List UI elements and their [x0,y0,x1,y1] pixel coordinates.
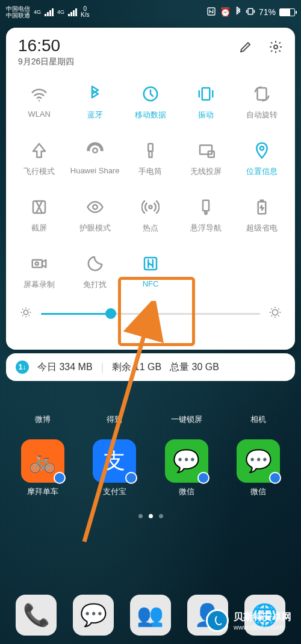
svg-rect-1 [248,8,253,14]
dock-app[interactable]: 👥 [126,595,175,638]
svg-point-19 [36,262,39,265]
tile-eye[interactable]: 护眼模式 [67,191,122,243]
app-icon: 🚲 [21,439,64,483]
cast-icon [197,141,215,160]
screenshot-icon [30,197,48,217]
tile-location[interactable]: 位置信息 [234,135,290,187]
tile-hotspot[interactable]: 热点 [123,191,178,243]
net-speed: 0 K/s [81,6,89,19]
tile-data[interactable]: 移动数据 [123,78,178,130]
app-微博[interactable]: 微博 [12,414,73,425]
wifi-icon [30,84,48,104]
app-icon: 💬 [73,595,114,636]
tile-dnd[interactable]: 免打扰 [67,248,122,300]
app-微信[interactable]: 💬微信 [228,439,290,497]
location-icon [253,141,271,160]
tile-share[interactable]: Huawei Share [67,135,122,187]
watermark-title: 贝斯特安卓网 [234,611,291,624]
torch-icon [141,141,160,160]
app-row-2: 🚲摩拜单车支支付宝💬微信💬微信 [12,439,289,497]
data-total: 总量 30 GB [170,361,219,374]
app-支付宝[interactable]: 支支付宝 [84,439,146,497]
brightness-row [11,300,290,325]
network-gen-1: 4G [34,9,41,15]
svg-point-6 [93,148,98,153]
svg-point-16 [205,212,208,214]
tile-label: 屏幕录制 [23,279,55,290]
tile-screenshot[interactable]: 截屏 [11,191,67,243]
tile-nfc[interactable]: NFC [123,248,178,300]
app-label: 支付宝 [103,486,126,497]
data-usage-bar[interactable]: 1↓ 今日 334 MB | 剩余 11 GB 总量 30 GB [6,353,295,381]
collapse-handle[interactable]: ⌃ [11,325,290,341]
app-一键锁屏[interactable]: 一键锁屏 [156,414,217,425]
tile-label: 飞行模式 [23,166,55,177]
page-indicator [12,514,289,518]
app-得到[interactable]: 得到 [84,414,146,425]
app-label: 微信 [179,486,194,497]
watermark-url: www.zjbstyy.com [234,624,291,631]
svg-rect-4 [202,88,210,100]
plane-icon [30,141,48,160]
app-摩拜单车[interactable]: 🚲摩拜单车 [12,439,73,497]
data-remain: 剩余 11 GB [112,361,161,374]
record-icon [30,254,48,273]
tile-label: 无线投屏 [190,166,222,177]
watermark-logo [206,609,229,632]
tile-label: 蓝牙 [87,110,103,120]
tile-battery[interactable]: 超级省电 [234,191,290,243]
float-icon [197,197,215,217]
tile-rotate[interactable]: 自动旋转 [234,78,290,130]
svg-rect-9 [200,145,212,154]
svg-point-14 [149,206,152,209]
nfc-icon [206,7,216,18]
app-微信[interactable]: 💬微信 [156,439,217,497]
quick-settings-panel: 16:50 9月26日星期四 WLAN蓝牙移动数据振动自动旋转飞行模式Huawe… [6,28,295,350]
status-bar: 中国电信 中国联通 4G 4G 0 K/s ⏰ 71% [0,0,301,24]
rotate-icon [253,84,271,104]
tile-label: 位置信息 [246,166,278,177]
tile-label: NFC [143,279,159,288]
tile-label: 截屏 [31,223,47,234]
app-label: 微博 [35,414,51,425]
tile-torch[interactable]: 手电筒 [123,135,178,187]
app-label: 微信 [250,486,266,497]
tile-label: 超级省电 [246,223,278,234]
data-usage-icon: 1↓ [16,361,29,374]
tile-label: 自动旋转 [246,110,278,120]
tile-label: 手电筒 [138,166,162,177]
battery-icon [279,8,295,16]
tile-label: 移动数据 [135,110,166,120]
svg-rect-15 [203,200,209,211]
data-icon [141,84,160,104]
vibrate-icon [246,7,255,17]
app-label: 摩拜单车 [27,486,58,497]
svg-point-2 [274,45,278,49]
dock-app[interactable]: 💬 [69,595,118,638]
app-label: 得到 [107,414,122,425]
tile-float[interactable]: 悬浮导航 [178,191,234,243]
tile-wifi[interactable]: WLAN [11,78,67,130]
brightness-slider[interactable] [41,313,260,315]
edit-button[interactable] [238,40,253,57]
svg-rect-5 [257,88,266,100]
tile-bluetooth[interactable]: 蓝牙 [67,78,122,130]
app-相机[interactable]: 相机 [228,414,290,425]
tile-record[interactable]: 屏幕录制 [11,248,67,300]
app-label: 一键锁屏 [171,414,202,425]
tile-cast[interactable]: 无线投屏 [178,135,234,187]
tile-plane[interactable]: 飞行模式 [11,135,67,187]
nfc-icon [141,254,160,273]
brightness-high-icon [268,306,282,321]
svg-point-22 [272,309,278,315]
data-today: 今日 334 MB [37,361,93,374]
dock-app[interactable]: 📞 [12,595,61,638]
share-icon [86,141,104,160]
app-label: 相机 [250,414,266,425]
settings-button[interactable] [268,40,283,57]
tile-vibrate[interactable]: 振动 [178,78,234,130]
home-row-partial: 微博得到一键锁屏相机 [0,414,301,425]
dnd-icon [86,254,104,273]
watermark: 贝斯特安卓网 www.zjbstyy.com [206,609,291,632]
tile-label: Huawei Share [70,166,120,175]
